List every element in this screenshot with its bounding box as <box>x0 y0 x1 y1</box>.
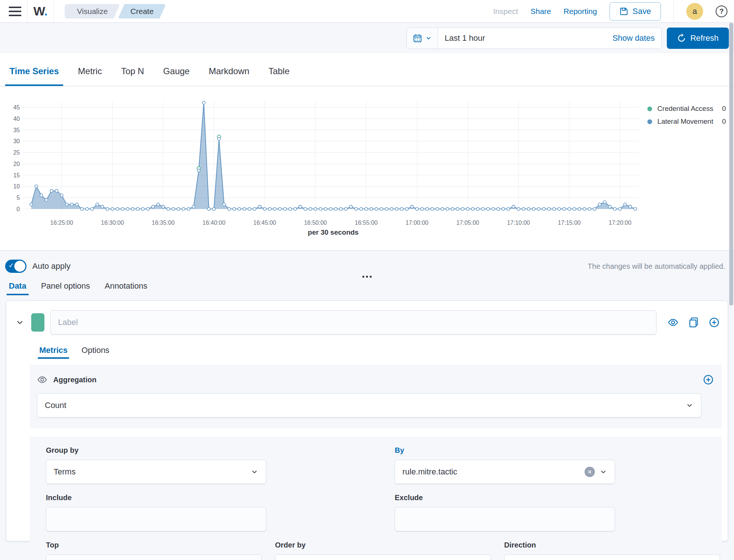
top-field: Top <box>46 541 262 560</box>
svg-text:20: 20 <box>13 161 20 167</box>
exclude-input[interactable] <box>395 507 615 531</box>
svg-text:17:10:00: 17:10:00 <box>507 220 530 226</box>
tab-panel-options[interactable]: Panel options <box>41 281 90 295</box>
breadcrumb-visualize[interactable]: Visualize <box>65 4 120 19</box>
clear-field-icon[interactable]: ✕ <box>585 467 595 477</box>
series-tabs: Metrics Options <box>6 335 728 359</box>
breadcrumb-create[interactable]: Create <box>118 4 166 19</box>
series-label-input[interactable] <box>50 310 657 335</box>
chart-legend: Credential Access 0 Lateral Movement 0 <box>647 105 726 126</box>
svg-text:35: 35 <box>13 127 20 133</box>
by-field-combo[interactable]: rule.mitre.tactic ✕ <box>395 460 615 484</box>
breadcrumb: Visualize Create <box>65 4 166 19</box>
svg-text:15: 15 <box>13 172 20 178</box>
top-input[interactable] <box>46 554 262 560</box>
order-by-label: Order by <box>275 541 491 549</box>
by-label: By <box>395 446 615 455</box>
aggregation-section: Aggregation Count <box>30 365 722 429</box>
exclude-field: Exclude <box>395 494 615 531</box>
top-navigation-bar: W. Visualize Create Inspect Share Report… <box>0 0 734 23</box>
legend-dot-blue <box>647 119 652 124</box>
divider <box>53 0 54 23</box>
add-series-icon[interactable] <box>709 317 720 328</box>
avatar[interactable]: a <box>686 3 703 20</box>
svg-text:16:30:00: 16:30:00 <box>101 220 124 226</box>
save-button[interactable]: Save <box>610 2 661 21</box>
tab-time-series[interactable]: Time Series <box>10 66 59 86</box>
order-by-select[interactable]: Doc Count (default) <box>275 554 491 560</box>
svg-text:17:15:00: 17:15:00 <box>558 220 581 226</box>
legend-item-lateral-movement[interactable]: Lateral Movement 0 <box>647 118 726 126</box>
include-field: Include <box>46 494 266 531</box>
svg-text:16:50:00: 16:50:00 <box>304 220 327 226</box>
app-logo[interactable]: W. <box>33 4 47 18</box>
legend-item-credential-access[interactable]: Credential Access 0 <box>647 105 726 113</box>
tab-markdown[interactable]: Markdown <box>209 66 249 86</box>
scrollbar[interactable] <box>729 23 733 306</box>
svg-text:45: 45 <box>13 104 20 111</box>
group-by-field: Group by Terms <box>46 446 266 484</box>
chevron-down-icon <box>599 468 607 476</box>
eye-icon[interactable] <box>668 317 679 328</box>
svg-text:16:55:00: 16:55:00 <box>355 220 377 226</box>
direction-field: Direction Descending <box>504 541 720 560</box>
refresh-button[interactable]: Refresh <box>667 28 729 49</box>
svg-text:17:00:00: 17:00:00 <box>405 220 428 226</box>
include-input[interactable] <box>46 507 266 531</box>
group-by-label: Group by <box>46 446 266 455</box>
clone-series-icon[interactable] <box>688 317 699 328</box>
tab-options[interactable]: Options <box>82 346 109 359</box>
date-picker: Last 1 hour Show dates <box>406 28 662 49</box>
auto-apply-toggle[interactable]: ✓ <box>5 260 26 273</box>
svg-text:17:20:00: 17:20:00 <box>608 220 631 226</box>
auto-apply-label: Auto apply <box>32 261 70 271</box>
menu-icon[interactable] <box>9 7 21 16</box>
divider <box>27 0 28 23</box>
svg-text:40: 40 <box>13 116 20 122</box>
auto-apply-note: The changes will be automatically applie… <box>587 262 725 271</box>
series-actions <box>668 317 720 328</box>
tab-metrics[interactable]: Metrics <box>39 346 68 359</box>
resize-handle-dots-icon[interactable] <box>356 274 378 280</box>
include-label: Include <box>46 494 266 502</box>
by-field: By rule.mitre.tactic ✕ <box>395 446 615 484</box>
tab-gauge[interactable]: Gauge <box>163 66 189 86</box>
time-series-chart: 16:25:0016:30:0016:35:0016:40:0016:45:00… <box>0 86 734 251</box>
help-icon[interactable]: ? <box>716 6 727 17</box>
direction-select[interactable]: Descending <box>504 554 720 560</box>
top-label: Top <box>46 541 262 549</box>
tab-top-n[interactable]: Top N <box>121 66 144 86</box>
tab-table[interactable]: Table <box>268 66 289 86</box>
group-by-section: Group by Terms By rule.mitre.tactic ✕ <box>30 437 722 560</box>
refresh-icon <box>677 34 686 43</box>
svg-text:10: 10 <box>13 183 20 189</box>
time-filter-bar: Last 1 hour Show dates Refresh <box>0 23 734 53</box>
date-picker-quick-menu-button[interactable] <box>407 28 438 48</box>
tab-metric[interactable]: Metric <box>78 66 102 86</box>
svg-text:16:35:00: 16:35:00 <box>152 220 174 226</box>
check-icon: ✓ <box>8 261 14 270</box>
aggregation-select[interactable]: Count <box>37 393 701 418</box>
svg-text:25: 25 <box>13 149 20 156</box>
save-icon <box>619 7 628 16</box>
area-chart-canvas[interactable]: 16:25:0016:30:0016:35:0016:40:0016:45:00… <box>0 86 734 251</box>
reporting-link[interactable]: Reporting <box>564 7 597 16</box>
legend-dot-green <box>647 106 652 111</box>
calendar-icon <box>413 33 422 43</box>
collapse-chevron-icon[interactable] <box>15 318 25 327</box>
exclude-label: Exclude <box>395 494 615 502</box>
time-range-display[interactable]: Last 1 hour Show dates <box>438 28 661 48</box>
series-header-row <box>6 310 728 335</box>
add-metric-icon[interactable] <box>703 374 714 385</box>
series-color-swatch[interactable] <box>31 313 44 332</box>
chevron-down-icon <box>425 35 432 41</box>
tab-annotations[interactable]: Annotations <box>105 281 147 295</box>
eye-icon[interactable] <box>37 375 47 385</box>
show-dates-button[interactable]: Show dates <box>612 33 655 43</box>
tab-data[interactable]: Data <box>9 281 26 295</box>
share-link[interactable]: Share <box>531 7 551 16</box>
inspect-link: Inspect <box>493 7 518 16</box>
group-by-select[interactable]: Terms <box>46 460 266 484</box>
chevron-down-icon <box>686 401 694 409</box>
svg-text:16:45:00: 16:45:00 <box>253 220 276 226</box>
